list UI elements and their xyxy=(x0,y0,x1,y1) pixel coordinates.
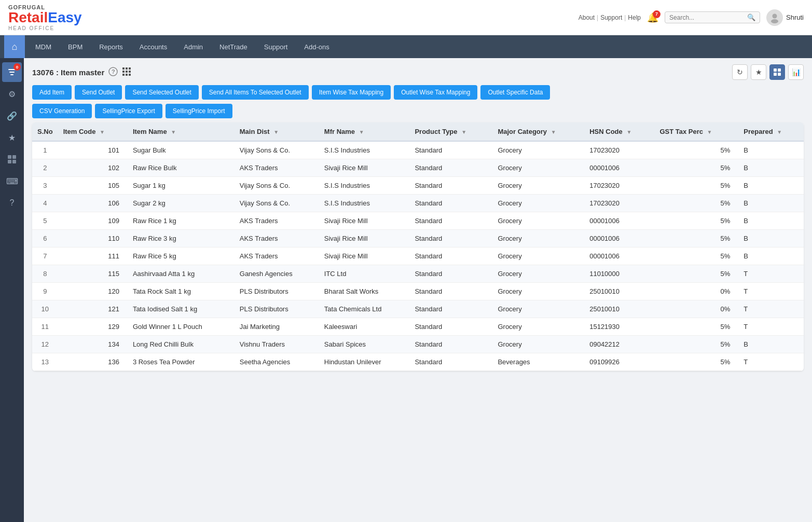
table-cell: 102 xyxy=(58,159,128,177)
table-cell: Gold Winner 1 L Pouch xyxy=(128,318,235,336)
help-link[interactable]: Help xyxy=(628,14,641,21)
layout-button[interactable] xyxy=(769,64,785,80)
notification-button[interactable]: 🔔 7 xyxy=(647,12,658,23)
sidebar-icon-link[interactable]: 🔗 xyxy=(2,106,22,126)
table-row[interactable]: 2102Raw Rice BulkAKS TradersSivaji Rice … xyxy=(32,159,804,177)
col-hsn-code[interactable]: HSN Code ▼ xyxy=(584,122,654,141)
table-cell: B xyxy=(738,248,804,265)
send-all-items-button[interactable]: Send All Items To Selected Outlet xyxy=(202,85,309,100)
col-prepared[interactable]: Prepared ▼ xyxy=(738,122,804,141)
support-link[interactable]: Support xyxy=(600,14,622,21)
table-cell: Grocery xyxy=(492,336,584,353)
table-cell: 5% xyxy=(654,230,738,248)
table-cell: 09109926 xyxy=(584,353,654,371)
table-row[interactable]: 1101Sugar BulkVijay Sons & Co.S.I.S Indu… xyxy=(32,141,804,159)
table-cell: Standard xyxy=(409,300,492,318)
notification-badge: 7 xyxy=(653,10,660,18)
col-mfr-name[interactable]: Mfr Name ▼ xyxy=(319,122,410,141)
table-row[interactable]: 11129Gold Winner 1 L PouchJai MarketingK… xyxy=(32,318,804,336)
nav-reports[interactable]: Reports xyxy=(91,35,131,58)
table-cell: B xyxy=(738,195,804,212)
table-cell: 5% xyxy=(654,265,738,283)
chart-button[interactable]: 📊 xyxy=(788,64,804,80)
table-cell: S.I.S Industries xyxy=(319,177,410,195)
table-row[interactable]: 9120Tata Rock Salt 1 kgPLS DistributorsB… xyxy=(32,283,804,300)
table-cell: 120 xyxy=(58,283,128,300)
table-cell: AKS Traders xyxy=(235,248,319,265)
nav-addons[interactable]: Add-ons xyxy=(296,35,337,58)
table-row[interactable]: 12134Long Red Chilli BulkVishnu TradersS… xyxy=(32,336,804,353)
sidebar-icon-keyboard[interactable]: ⌨ xyxy=(2,171,22,191)
send-outlet-button[interactable]: Send Outlet xyxy=(75,85,122,100)
table-cell: Beverages xyxy=(492,353,584,371)
title-help-icon[interactable]: ? xyxy=(108,67,118,78)
home-button[interactable]: ⌂ xyxy=(4,35,25,58)
selling-price-export-button[interactable]: SellingPrice Export xyxy=(95,104,162,118)
table-cell: 5% xyxy=(654,336,738,353)
table-cell: Grocery xyxy=(492,248,584,265)
table-row[interactable]: 5109Raw Rice 1 kgAKS TradersSivaji Rice … xyxy=(32,212,804,230)
bookmark-button[interactable]: ★ xyxy=(751,64,766,80)
sidebar-icon-settings[interactable]: ⚙ xyxy=(2,84,22,104)
refresh-button[interactable]: ↻ xyxy=(732,64,748,80)
sidebar-icon-star[interactable]: ★ xyxy=(2,128,22,147)
svg-rect-19 xyxy=(129,74,131,76)
table-row[interactable]: 3105Sugar 1 kgVijay Sons & Co.S.I.S Indu… xyxy=(32,177,804,195)
selling-price-import-button[interactable]: SellingPrice Import xyxy=(166,104,232,118)
nav-accounts[interactable]: Accounts xyxy=(131,35,175,58)
filter-badge: 0 xyxy=(13,63,21,71)
table-cell: 136 xyxy=(58,353,128,371)
col-major-category[interactable]: Major Category ▼ xyxy=(492,122,584,141)
table-cell: Grocery xyxy=(492,159,584,177)
item-wise-tax-button[interactable]: Item Wise Tax Mapping xyxy=(312,85,391,100)
table-cell: Grocery xyxy=(492,177,584,195)
sidebar-icon-filter[interactable]: 0 xyxy=(2,62,22,82)
user-area[interactable]: Shruti xyxy=(766,9,804,26)
nav-support[interactable]: Support xyxy=(256,35,296,58)
send-selected-outlet-button[interactable]: Send Selected Outlet xyxy=(125,85,198,100)
main-layout: 0 ⚙ 🔗 ★ ⌨ ? 13076 : Item master ? xyxy=(0,58,812,522)
table-cell: 17023020 xyxy=(584,195,654,212)
table-row[interactable]: 7111Raw Rice 5 kgAKS TradersSivaji Rice … xyxy=(32,248,804,265)
csv-generation-button[interactable]: CSV Generation xyxy=(32,104,92,118)
nav-bpm[interactable]: BPM xyxy=(60,35,91,58)
table-cell: Grocery xyxy=(492,212,584,230)
col-gst-tax[interactable]: GST Tax Perc ▼ xyxy=(654,122,738,141)
table-cell: Raw Rice 1 kg xyxy=(128,212,235,230)
nav-admin[interactable]: Admin xyxy=(175,35,211,58)
title-grid-icon[interactable] xyxy=(122,67,131,78)
col-product-type[interactable]: Product Type ▼ xyxy=(409,122,492,141)
table-cell: Vijay Sons & Co. xyxy=(235,141,319,159)
nav-mdm[interactable]: MDM xyxy=(27,35,60,58)
table-cell: 5% xyxy=(654,177,738,195)
table-cell: 134 xyxy=(58,336,128,353)
col-main-dist[interactable]: Main Dist ▼ xyxy=(235,122,319,141)
page-actions: ↻ ★ 📊 xyxy=(732,64,804,80)
svg-rect-21 xyxy=(778,68,781,72)
about-link[interactable]: About xyxy=(579,14,595,21)
table-cell: 5% xyxy=(654,318,738,336)
table-row[interactable]: 8115Aashirvaad Atta 1 kgGanesh AgenciesI… xyxy=(32,265,804,283)
col-item-name[interactable]: Item Name ▼ xyxy=(128,122,235,141)
search-input[interactable] xyxy=(669,14,747,21)
page-title: 13076 : Item master xyxy=(32,68,104,77)
col-sno[interactable]: S.No xyxy=(32,122,58,141)
outlet-specific-data-button[interactable]: Outlet Specific Data xyxy=(480,85,550,100)
table-row[interactable]: 6110Raw Rice 3 kgAKS TradersSivaji Rice … xyxy=(32,230,804,248)
col-item-code[interactable]: Item Code ▼ xyxy=(58,122,128,141)
table-cell: Vishnu Traders xyxy=(235,336,319,353)
sidebar-icon-help[interactable]: ? xyxy=(2,193,22,213)
outlet-wise-tax-button[interactable]: Outlet Wise Tax Mapping xyxy=(394,85,477,100)
table-row[interactable]: 131363 Roses Tea PowderSeetha AgenciesHi… xyxy=(32,353,804,371)
table-cell: 10 xyxy=(32,300,58,318)
table-cell: Sivaji Rice Mill xyxy=(319,212,410,230)
table-cell: Aashirvaad Atta 1 kg xyxy=(128,265,235,283)
sidebar-icon-table[interactable] xyxy=(2,149,22,169)
table-cell: 6 xyxy=(32,230,58,248)
table-cell: 3 xyxy=(32,177,58,195)
table-row[interactable]: 10121Tata Iodised Salt 1 kgPLS Distribut… xyxy=(32,300,804,318)
nav-nettrade[interactable]: NetTrade xyxy=(211,35,256,58)
action-buttons-row2: CSV Generation SellingPrice Export Selli… xyxy=(32,104,804,118)
add-item-button[interactable]: Add Item xyxy=(32,85,72,100)
table-row[interactable]: 4106Sugar 2 kgVijay Sons & Co.S.I.S Indu… xyxy=(32,195,804,212)
